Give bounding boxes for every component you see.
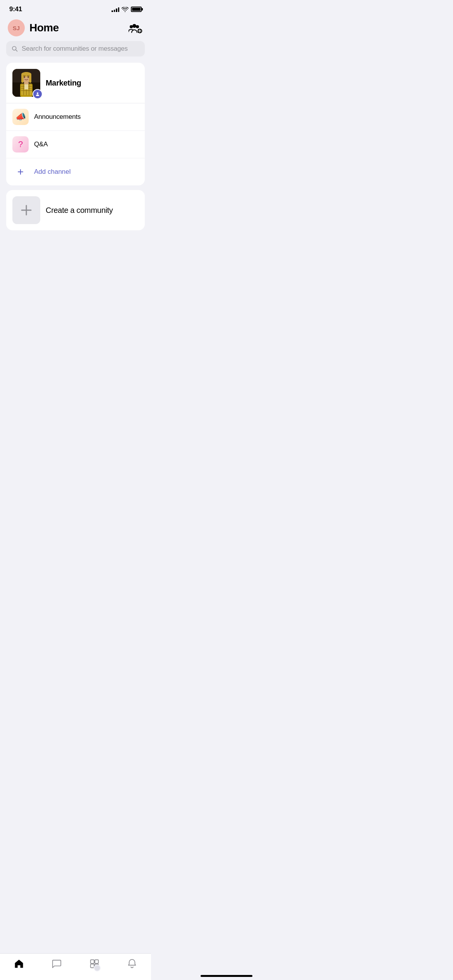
svg-rect-14 [23, 84, 24, 95]
page-title: Home [29, 22, 59, 34]
community-image-wrapper [12, 69, 40, 97]
svg-point-1 [132, 24, 136, 28]
create-community-icon [12, 196, 40, 224]
svg-point-23 [24, 76, 25, 78]
status-time: 9:41 [9, 5, 22, 13]
announcements-channel-icon: 📣 [12, 109, 29, 125]
status-icons [112, 7, 142, 12]
header-left: SJ Home [8, 19, 59, 36]
qa-emoji: ? [18, 139, 23, 149]
community-name: Marketing [46, 79, 81, 87]
svg-rect-17 [24, 84, 28, 89]
svg-rect-16 [29, 84, 29, 95]
wifi-icon [122, 7, 129, 12]
add-community-icon [129, 22, 142, 34]
channel-row-qa[interactable]: ? Q&A [6, 131, 145, 158]
channel-row-announcements[interactable]: 📣 Announcements [6, 103, 145, 131]
community-card-marketing: Marketing 📣 Announcements ? Q&A + Add ch… [6, 63, 145, 185]
svg-point-24 [27, 76, 29, 78]
search-container: Search for communities or messages [0, 41, 151, 63]
community-header[interactable]: Marketing [6, 63, 145, 103]
avatar[interactable]: SJ [8, 19, 25, 36]
status-bar: 9:41 [0, 0, 151, 16]
announcements-channel-label: Announcements [34, 113, 81, 121]
add-channel-plus-icon: + [12, 164, 29, 180]
main-content: Marketing 📣 Announcements ? Q&A + Add ch… [0, 63, 151, 230]
qa-channel-icon: ? [12, 136, 29, 152]
add-community-button[interactable] [128, 20, 143, 36]
search-icon [12, 46, 18, 52]
create-community-label: Create a community [46, 206, 113, 215]
search-bar[interactable]: Search for communities or messages [6, 41, 145, 57]
search-placeholder: Search for communities or messages [22, 45, 128, 53]
create-community-row: Create a community [6, 190, 145, 230]
create-community-card[interactable]: Create a community [6, 190, 145, 230]
add-channel-label: Add channel [34, 168, 71, 176]
svg-point-2 [136, 25, 139, 28]
add-channel-row[interactable]: + Add channel [6, 158, 145, 185]
svg-rect-21 [21, 74, 24, 83]
create-plus-icon [20, 204, 33, 216]
svg-point-0 [130, 25, 133, 28]
svg-point-26 [37, 93, 38, 94]
battery-icon [131, 7, 142, 12]
header: SJ Home [0, 16, 151, 41]
svg-point-5 [12, 46, 16, 50]
announcements-emoji: 📣 [15, 112, 26, 122]
signal-bars-icon [112, 7, 119, 12]
svg-rect-22 [29, 74, 31, 83]
qa-channel-label: Q&A [34, 140, 48, 148]
community-badge-icon [33, 89, 43, 99]
bookmark-badge-icon [35, 91, 40, 97]
